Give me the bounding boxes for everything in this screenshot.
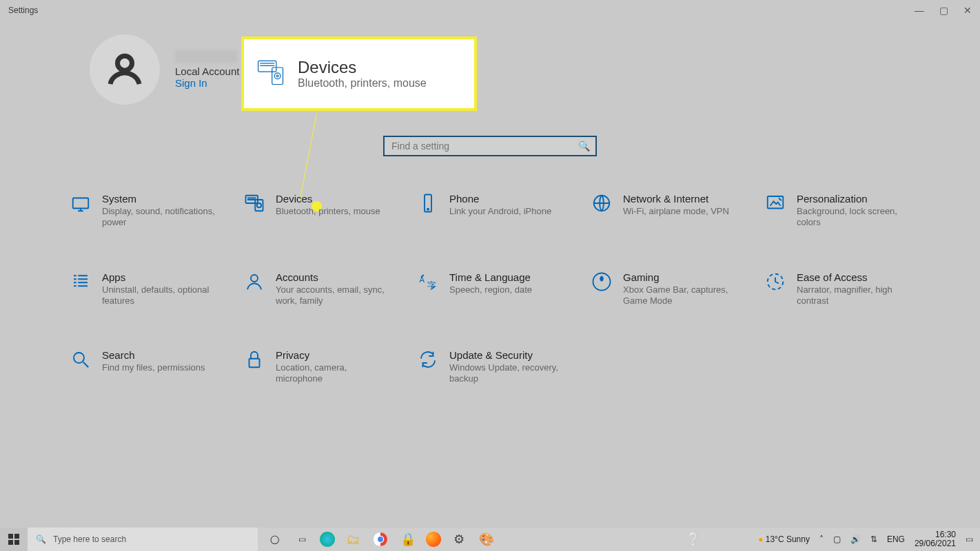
task-view-icon[interactable]: ▭	[292, 530, 312, 549]
svg-rect-1	[258, 61, 276, 72]
network-icon	[590, 193, 613, 216]
tile-time[interactable]: A字Time & LanguageSpeech, region, date	[416, 271, 590, 307]
weather-widget[interactable]: ● 13°C Sunny	[758, 534, 810, 544]
user-area: Local Account Sign In	[90, 34, 239, 105]
ease-icon	[764, 271, 787, 295]
callout-leader-line	[299, 114, 318, 202]
tile-devices[interactable]: DevicesBluetooth, printers, mouse	[243, 193, 416, 229]
svg-rect-9	[425, 195, 431, 212]
svg-rect-23	[14, 540, 19, 545]
time-icon: A字	[416, 271, 440, 295]
firefox-icon[interactable]	[426, 532, 441, 547]
tile-title: Ease of Access	[797, 271, 914, 283]
search-icon: 🔍	[36, 534, 46, 544]
cortana-icon[interactable]: ◯	[265, 530, 284, 549]
privacy-icon	[243, 349, 266, 373]
tile-desc: Windows Update, recovery, backup	[449, 362, 566, 385]
tile-ease[interactable]: Ease of AccessNarrator, magnifier, high …	[764, 271, 937, 307]
svg-rect-5	[73, 198, 89, 209]
svg-rect-20	[8, 534, 13, 539]
system-icon	[69, 193, 92, 216]
svg-point-13	[251, 275, 258, 282]
svg-text:字: 字	[427, 280, 436, 291]
user-name-redacted	[175, 50, 237, 63]
tile-desc: Xbox Game Bar, captures, Game Mode	[623, 284, 740, 307]
chrome-icon[interactable]	[371, 530, 390, 549]
start-button[interactable]	[0, 528, 28, 551]
tile-title: Update & Security	[449, 349, 566, 361]
svg-point-8	[257, 203, 261, 207]
lang-indicator[interactable]: ENG	[887, 534, 905, 544]
maximize-button[interactable]: ▢	[939, 5, 948, 16]
tile-desc: Bluetooth, printers, mouse	[276, 206, 380, 217]
search-icon: 🔍	[578, 141, 590, 152]
tile-desc: Link your Android, iPhone	[449, 206, 551, 217]
tile-title: Search	[102, 349, 205, 361]
tile-title: Accounts	[276, 271, 393, 283]
tile-gaming[interactable]: GamingXbox Game Bar, captures, Game Mode	[590, 271, 764, 307]
tile-title: Devices	[276, 193, 380, 205]
tile-title: Apps	[102, 271, 219, 283]
tile-desc: Your accounts, email, sync, work, family	[276, 284, 393, 307]
devices-icon	[256, 58, 285, 90]
tile-privacy[interactable]: PrivacyLocation, camera, microphone	[243, 349, 416, 385]
tile-update[interactable]: Update & SecurityWindows Update, recover…	[416, 349, 590, 385]
tile-title: System	[102, 193, 219, 205]
settings-gear-icon[interactable]: ⚙	[449, 530, 469, 549]
tile-desc: Location, camera, microphone	[276, 362, 393, 385]
tile-searchcat[interactable]: SearchFind my files, permissions	[69, 349, 243, 385]
callout-desc: Bluetooth, printers, mouse	[298, 77, 427, 90]
tile-apps[interactable]: AppsUninstall, defaults, optional featur…	[69, 271, 243, 307]
volume-icon[interactable]: 🔊	[850, 534, 861, 544]
taskbar-search-placeholder: Type here to search	[53, 534, 126, 544]
devices-callout: Devices Bluetooth, printers, mouse	[241, 37, 477, 111]
searchcat-icon	[69, 349, 92, 373]
tile-desc: Background, lock screen, colors	[797, 206, 914, 229]
callout-title: Devices	[298, 58, 427, 77]
search-box[interactable]: 🔍	[383, 136, 597, 156]
tile-title: Network & Internet	[623, 193, 729, 205]
svg-point-10	[427, 209, 429, 210]
avatar	[90, 34, 160, 105]
tile-system[interactable]: SystemDisplay, sound, notifications, pow…	[69, 193, 243, 229]
signin-link[interactable]: Sign In	[175, 77, 239, 89]
phone-icon	[416, 193, 440, 216]
user-icon	[105, 50, 144, 89]
taskbar: 🔍 Type here to search ◯ ▭ 🗂 🔒 ⚙ 🎨 ❔ ● 13…	[0, 528, 980, 551]
svg-rect-19	[249, 359, 260, 368]
window-title: Settings	[8, 6, 38, 15]
windows-icon	[8, 534, 19, 545]
tile-title: Privacy	[276, 349, 393, 361]
meet-now-icon[interactable]: ▢	[833, 534, 841, 544]
tile-desc: Find my files, permissions	[102, 362, 205, 373]
svg-point-18	[74, 353, 84, 363]
lock-icon[interactable]: 🔒	[398, 530, 418, 549]
tile-accounts[interactable]: AccountsYour accounts, email, sync, work…	[243, 271, 416, 307]
clock[interactable]: 16:30 29/06/2021	[915, 530, 956, 548]
svg-rect-2	[272, 67, 283, 85]
search-input[interactable]	[383, 136, 597, 156]
explorer-icon[interactable]: 🗂	[343, 530, 363, 549]
tile-desc: Uninstall, defaults, optional features	[102, 284, 219, 307]
help-icon[interactable]: ❔	[684, 530, 703, 549]
tile-desc: Narrator, magnifier, high contrast	[797, 284, 914, 307]
tile-phone[interactable]: PhoneLink your Android, iPhone	[416, 193, 590, 229]
devices-icon	[243, 193, 266, 216]
action-center-icon[interactable]: ▭	[966, 534, 973, 544]
svg-point-0	[118, 56, 132, 70]
tile-title: Phone	[449, 193, 551, 205]
tile-title: Personalization	[797, 193, 914, 205]
network-icon[interactable]: ⇅	[870, 534, 877, 544]
edge-icon[interactable]	[320, 532, 335, 547]
taskbar-search[interactable]: 🔍 Type here to search	[28, 528, 258, 551]
close-button[interactable]: ✕	[963, 5, 972, 16]
paint-icon[interactable]: 🎨	[477, 530, 496, 549]
tile-desc: Speech, region, date	[449, 284, 532, 295]
minimize-button[interactable]: —	[915, 5, 924, 16]
update-icon	[416, 349, 440, 373]
tile-personalization[interactable]: PersonalizationBackground, lock screen, …	[764, 193, 937, 229]
tile-desc: Wi-Fi, airplane mode, VPN	[623, 206, 729, 217]
accounts-icon	[243, 271, 266, 295]
tray-chevron-icon[interactable]: ˄	[819, 534, 824, 544]
tile-network[interactable]: Network & InternetWi-Fi, airplane mode, …	[590, 193, 764, 229]
